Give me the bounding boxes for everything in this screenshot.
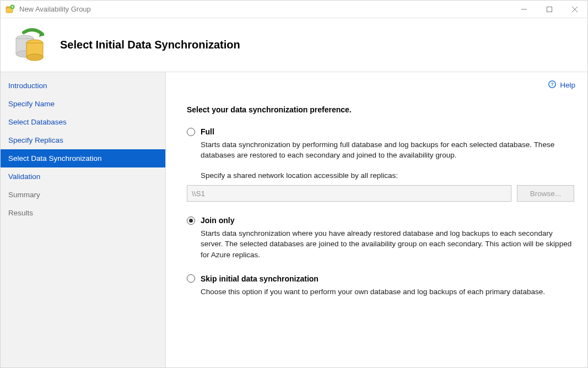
svg-text:?: ? xyxy=(551,82,554,87)
option-join-only: Join only Starts data synchronization wh… xyxy=(187,216,574,259)
page-title: Select Initial Data Synchronization xyxy=(60,39,240,51)
radio-skip[interactable] xyxy=(187,274,195,283)
help-link[interactable]: ? Help xyxy=(548,80,575,90)
window-title: New Availability Group xyxy=(19,5,511,13)
nav-results[interactable]: Results xyxy=(1,204,165,222)
help-icon: ? xyxy=(548,80,557,90)
share-location-label: Specify a shared network location access… xyxy=(201,171,574,180)
radio-full[interactable] xyxy=(187,128,195,136)
nav-label: Summary xyxy=(8,191,40,199)
window-controls xyxy=(511,1,587,18)
nav-specify-replicas[interactable]: Specify Replicas xyxy=(1,131,165,149)
option-full-title: Full xyxy=(201,127,214,136)
option-full-desc: Starts data synchronization by performin… xyxy=(201,139,574,160)
section-heading: Select your data synchronization prefere… xyxy=(187,105,574,114)
nav-validation[interactable]: Validation xyxy=(1,167,165,186)
app-icon xyxy=(5,4,15,14)
nav-select-databases[interactable]: Select Databases xyxy=(1,113,165,131)
browse-button[interactable]: Browse... xyxy=(517,185,574,202)
option-full: Full Starts data synchronization by perf… xyxy=(187,127,574,202)
option-skip-desc: Choose this option if you want to perfor… xyxy=(201,286,574,297)
nav-label: Specify Replicas xyxy=(8,136,63,144)
database-sync-icon xyxy=(12,28,51,63)
nav-label: Select Databases xyxy=(8,118,67,126)
titlebar: New Availability Group xyxy=(1,1,587,18)
option-join-desc: Starts data synchronization where you ha… xyxy=(201,228,574,259)
option-skip: Skip initial data synchronization Choose… xyxy=(187,274,574,297)
nav-label: Specify Name xyxy=(8,100,55,108)
nav-select-data-sync[interactable]: Select Data Synchronization xyxy=(1,149,165,167)
svg-rect-3 xyxy=(547,7,552,12)
maximize-button[interactable] xyxy=(537,1,562,18)
option-join-title: Join only xyxy=(201,216,234,225)
page-header: Select Initial Data Synchronization xyxy=(1,18,587,72)
nav-label: Results xyxy=(8,209,33,217)
wizard-content: ? Help Select your data synchronization … xyxy=(166,72,587,368)
nav-label: Validation xyxy=(8,172,40,181)
nav-summary[interactable]: Summary xyxy=(1,186,165,204)
minimize-button[interactable] xyxy=(511,1,537,18)
wizard-sidebar: Introduction Specify Name Select Databas… xyxy=(1,72,166,368)
share-location-input[interactable] xyxy=(187,185,511,202)
nav-label: Introduction xyxy=(8,82,47,90)
close-button[interactable] xyxy=(562,1,587,18)
nav-specify-name[interactable]: Specify Name xyxy=(1,95,165,113)
radio-join-only[interactable] xyxy=(187,217,195,225)
nav-label: Select Data Synchronization xyxy=(8,154,102,163)
help-label: Help xyxy=(560,81,575,89)
nav-introduction[interactable]: Introduction xyxy=(1,77,165,95)
svg-point-9 xyxy=(26,54,43,61)
option-skip-title: Skip initial data synchronization xyxy=(201,274,319,283)
